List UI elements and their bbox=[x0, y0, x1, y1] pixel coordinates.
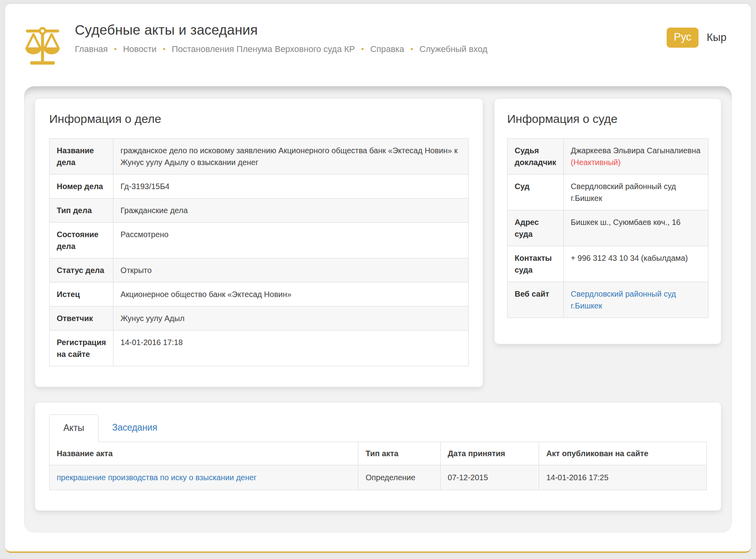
nav-item-home[interactable]: Главная bbox=[75, 44, 108, 54]
table-row: Регистрация на сайте 14-01-2016 17:18 bbox=[50, 331, 469, 366]
judge-value: Джаркеева Эльвира Сагыналиевна (Неактивн… bbox=[563, 139, 708, 175]
tab-acts[interactable]: Акты bbox=[49, 414, 98, 442]
judge-name: Джаркеева Эльвира Сагыналиевна bbox=[571, 146, 700, 155]
court-contacts-value: + 996 312 43 10 34 (кабылдама) bbox=[563, 246, 708, 282]
court-label: Суд bbox=[508, 175, 564, 210]
table-row: Веб сайт Свердловский районный суд г.Биш… bbox=[508, 282, 708, 318]
court-info-card: Информация о суде Судья докладчик Джарке… bbox=[495, 99, 721, 344]
judge-label: Судья докладчик bbox=[508, 139, 564, 175]
language-switcher: Рус Кыр bbox=[667, 28, 726, 48]
case-card-title: Информация о деле bbox=[49, 112, 469, 126]
case-status-label: Статус дела bbox=[50, 258, 113, 282]
column-header-act-name: Название акта bbox=[50, 442, 358, 465]
act-published-cell: 14-01-2016 17:25 bbox=[539, 465, 707, 490]
column-header-act-type: Тип акта bbox=[358, 442, 441, 465]
court-value: Свердловский районный суд г.Бишкек bbox=[563, 175, 708, 210]
acts-table-header-row: Название акта Тип акта Дата принятия Акт… bbox=[50, 442, 707, 465]
nav-item-staff-login[interactable]: Служебный вход bbox=[419, 44, 487, 54]
judge-status-badge: (Неактивный) bbox=[571, 158, 621, 167]
nav-separator-icon: • bbox=[410, 45, 413, 54]
case-name-value: гражданское дело по исковому заявлению А… bbox=[113, 139, 469, 175]
nav-item-news[interactable]: Новости bbox=[123, 44, 156, 54]
website-value: Свердловский районный суд г.Бишкек bbox=[563, 282, 708, 318]
column-header-published: Акт опубликован на сайте bbox=[539, 442, 707, 465]
defendant-label: Ответчик bbox=[50, 306, 113, 331]
court-address-label: Адрес суда bbox=[508, 210, 564, 246]
case-state-value: Рассмотрено bbox=[113, 223, 469, 258]
act-type-cell: Определение bbox=[358, 465, 441, 490]
case-status-value: Открыто bbox=[113, 258, 469, 282]
acts-table-row: прекрашение производства по иску о взыск… bbox=[50, 465, 707, 490]
nav-separator-icon: • bbox=[114, 45, 117, 54]
case-name-label: Название дела bbox=[50, 139, 113, 175]
header-text-block: Судебные акты и заседания Главная • Ново… bbox=[75, 22, 487, 54]
info-cards-row: Информация о деле Название дела гражданс… bbox=[35, 99, 721, 387]
case-info-card: Информация о деле Название дела гражданс… bbox=[35, 99, 483, 387]
table-row: Истец Акционерное общество банк «Эктесад… bbox=[50, 282, 469, 306]
registration-label: Регистрация на сайте bbox=[50, 331, 113, 366]
table-row: Ответчик Жунус уулу Адыл bbox=[50, 306, 469, 331]
table-row: Название дела гражданское дело по исково… bbox=[50, 139, 469, 175]
defendant-value: Жунус уулу Адыл bbox=[113, 306, 469, 331]
act-name-cell: прекрашение производства по иску о взыск… bbox=[50, 465, 358, 490]
case-number-value: Гд-3193/15Б4 bbox=[113, 175, 469, 199]
website-label: Веб сайт bbox=[508, 282, 564, 318]
column-header-adoption-date: Дата принятия bbox=[441, 442, 539, 465]
table-row: Контакты суда + 996 312 43 10 34 (кабылд… bbox=[508, 246, 708, 282]
table-row: Статус дела Открыто bbox=[50, 258, 469, 282]
plaintiff-label: Истец bbox=[50, 282, 113, 306]
page-title: Судебные акты и заседания bbox=[75, 22, 487, 38]
lang-button-kyr[interactable]: Кыр bbox=[707, 32, 726, 44]
table-row: Судья докладчик Джаркеева Эльвира Сагына… bbox=[508, 139, 708, 175]
nav-separator-icon: • bbox=[361, 45, 364, 54]
acts-table: Название акта Тип акта Дата принятия Акт… bbox=[49, 442, 707, 490]
nav-separator-icon: • bbox=[163, 45, 166, 54]
court-info-table: Судья докладчик Джаркеева Эльвира Сагына… bbox=[507, 138, 708, 318]
nav-item-plenum-resolutions[interactable]: Постановления Пленума Верховного суда КР bbox=[172, 44, 355, 54]
scales-of-justice-icon bbox=[23, 24, 62, 65]
table-row: Номер дела Гд-3193/15Б4 bbox=[50, 175, 469, 199]
court-address-value: Бишкек ш., Суюмбаев көч., 16 bbox=[563, 210, 708, 246]
case-state-label: Состояние дела bbox=[50, 223, 113, 258]
case-type-label: Тип дела bbox=[50, 199, 113, 223]
court-contacts-label: Контакты суда bbox=[508, 246, 564, 282]
act-document-link[interactable]: прекрашение производства по иску о взыск… bbox=[57, 473, 257, 482]
table-row: Состояние дела Рассмотрено bbox=[50, 223, 469, 258]
table-row: Адрес суда Бишкек ш., Суюмбаев көч., 16 bbox=[508, 210, 708, 246]
case-info-table: Название дела гражданское дело по исково… bbox=[49, 138, 469, 366]
plaintiff-value: Акционерное общество банк «Эктесад Новин… bbox=[113, 282, 469, 306]
main-nav: Главная • Новости • Постановления Пленум… bbox=[75, 44, 487, 54]
act-date-cell: 07-12-2015 bbox=[441, 465, 539, 490]
table-row: Суд Свердловский районный суд г.Бишкек bbox=[508, 175, 708, 210]
tab-sessions[interactable]: Заседания bbox=[98, 414, 171, 442]
court-website-link[interactable]: Свердловский районный суд г.Бишкек bbox=[571, 290, 676, 310]
page-container: Судебные акты и заседания Главная • Ново… bbox=[5, 4, 751, 553]
case-type-value: Гражданские дела bbox=[113, 199, 469, 223]
acts-card: Акты Заседания Название акта Тип акта Да… bbox=[35, 403, 721, 511]
registration-value: 14-01-2016 17:18 bbox=[113, 331, 469, 366]
content-band: Информация о деле Название дела гражданс… bbox=[24, 86, 732, 533]
case-number-label: Номер дела bbox=[50, 175, 113, 199]
table-row: Тип дела Гражданские дела bbox=[50, 199, 469, 223]
tab-bar: Акты Заседания bbox=[49, 414, 707, 442]
court-card-title: Информация о суде bbox=[507, 112, 708, 126]
site-header: Судебные акты и заседания Главная • Ново… bbox=[5, 4, 751, 65]
lang-button-rus[interactable]: Рус bbox=[667, 28, 699, 48]
nav-item-help[interactable]: Справка bbox=[370, 44, 404, 54]
